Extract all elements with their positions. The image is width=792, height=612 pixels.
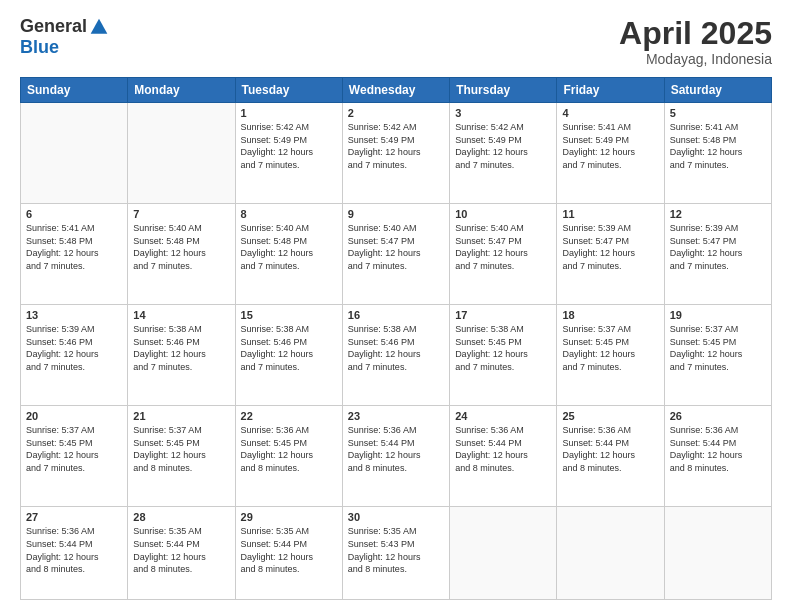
table-row: 19Sunrise: 5:37 AM Sunset: 5:45 PM Dayli… — [664, 305, 771, 406]
day-number: 10 — [455, 208, 551, 220]
table-row: 23Sunrise: 5:36 AM Sunset: 5:44 PM Dayli… — [342, 406, 449, 507]
header-friday: Friday — [557, 78, 664, 103]
header-tuesday: Tuesday — [235, 78, 342, 103]
day-info: Sunrise: 5:38 AM Sunset: 5:46 PM Dayligh… — [348, 323, 444, 373]
day-number: 20 — [26, 410, 122, 422]
day-number: 26 — [670, 410, 766, 422]
day-number: 12 — [670, 208, 766, 220]
table-row: 14Sunrise: 5:38 AM Sunset: 5:46 PM Dayli… — [128, 305, 235, 406]
day-number: 11 — [562, 208, 658, 220]
day-info: Sunrise: 5:37 AM Sunset: 5:45 PM Dayligh… — [26, 424, 122, 474]
table-row: 3Sunrise: 5:42 AM Sunset: 5:49 PM Daylig… — [450, 103, 557, 204]
day-number: 17 — [455, 309, 551, 321]
table-row: 20Sunrise: 5:37 AM Sunset: 5:45 PM Dayli… — [21, 406, 128, 507]
month-title: April 2025 — [619, 16, 772, 51]
day-info: Sunrise: 5:35 AM Sunset: 5:43 PM Dayligh… — [348, 525, 444, 575]
day-number: 19 — [670, 309, 766, 321]
day-info: Sunrise: 5:41 AM Sunset: 5:48 PM Dayligh… — [26, 222, 122, 272]
table-row: 18Sunrise: 5:37 AM Sunset: 5:45 PM Dayli… — [557, 305, 664, 406]
day-number: 23 — [348, 410, 444, 422]
header-monday: Monday — [128, 78, 235, 103]
day-number: 24 — [455, 410, 551, 422]
day-info: Sunrise: 5:37 AM Sunset: 5:45 PM Dayligh… — [133, 424, 229, 474]
table-row — [664, 507, 771, 600]
table-row: 11Sunrise: 5:39 AM Sunset: 5:47 PM Dayli… — [557, 204, 664, 305]
table-row: 30Sunrise: 5:35 AM Sunset: 5:43 PM Dayli… — [342, 507, 449, 600]
day-number: 28 — [133, 511, 229, 523]
day-number: 29 — [241, 511, 337, 523]
table-row: 13Sunrise: 5:39 AM Sunset: 5:46 PM Dayli… — [21, 305, 128, 406]
day-number: 7 — [133, 208, 229, 220]
logo-general-text: General — [20, 16, 87, 37]
title-section: April 2025 Modayag, Indonesia — [619, 16, 772, 67]
table-row: 26Sunrise: 5:36 AM Sunset: 5:44 PM Dayli… — [664, 406, 771, 507]
day-number: 30 — [348, 511, 444, 523]
day-info: Sunrise: 5:41 AM Sunset: 5:48 PM Dayligh… — [670, 121, 766, 171]
day-info: Sunrise: 5:41 AM Sunset: 5:49 PM Dayligh… — [562, 121, 658, 171]
table-row: 7Sunrise: 5:40 AM Sunset: 5:48 PM Daylig… — [128, 204, 235, 305]
day-number: 21 — [133, 410, 229, 422]
table-row: 17Sunrise: 5:38 AM Sunset: 5:45 PM Dayli… — [450, 305, 557, 406]
logo-blue-text: Blue — [20, 37, 59, 58]
day-number: 27 — [26, 511, 122, 523]
table-row — [21, 103, 128, 204]
table-row — [450, 507, 557, 600]
day-number: 2 — [348, 107, 444, 119]
day-info: Sunrise: 5:36 AM Sunset: 5:44 PM Dayligh… — [455, 424, 551, 474]
day-info: Sunrise: 5:36 AM Sunset: 5:44 PM Dayligh… — [670, 424, 766, 474]
day-number: 4 — [562, 107, 658, 119]
table-row — [557, 507, 664, 600]
day-number: 16 — [348, 309, 444, 321]
day-info: Sunrise: 5:39 AM Sunset: 5:47 PM Dayligh… — [562, 222, 658, 272]
day-info: Sunrise: 5:42 AM Sunset: 5:49 PM Dayligh… — [348, 121, 444, 171]
day-info: Sunrise: 5:40 AM Sunset: 5:47 PM Dayligh… — [348, 222, 444, 272]
table-row: 16Sunrise: 5:38 AM Sunset: 5:46 PM Dayli… — [342, 305, 449, 406]
day-info: Sunrise: 5:38 AM Sunset: 5:46 PM Dayligh… — [133, 323, 229, 373]
day-number: 6 — [26, 208, 122, 220]
table-row: 29Sunrise: 5:35 AM Sunset: 5:44 PM Dayli… — [235, 507, 342, 600]
day-info: Sunrise: 5:39 AM Sunset: 5:47 PM Dayligh… — [670, 222, 766, 272]
table-row: 28Sunrise: 5:35 AM Sunset: 5:44 PM Dayli… — [128, 507, 235, 600]
day-info: Sunrise: 5:38 AM Sunset: 5:46 PM Dayligh… — [241, 323, 337, 373]
day-number: 1 — [241, 107, 337, 119]
day-number: 15 — [241, 309, 337, 321]
day-info: Sunrise: 5:42 AM Sunset: 5:49 PM Dayligh… — [455, 121, 551, 171]
header-sunday: Sunday — [21, 78, 128, 103]
header-wednesday: Wednesday — [342, 78, 449, 103]
table-row: 2Sunrise: 5:42 AM Sunset: 5:49 PM Daylig… — [342, 103, 449, 204]
svg-marker-0 — [91, 18, 108, 33]
day-info: Sunrise: 5:36 AM Sunset: 5:44 PM Dayligh… — [562, 424, 658, 474]
location: Modayag, Indonesia — [619, 51, 772, 67]
day-info: Sunrise: 5:38 AM Sunset: 5:45 PM Dayligh… — [455, 323, 551, 373]
day-info: Sunrise: 5:36 AM Sunset: 5:45 PM Dayligh… — [241, 424, 337, 474]
table-row: 8Sunrise: 5:40 AM Sunset: 5:48 PM Daylig… — [235, 204, 342, 305]
table-row: 15Sunrise: 5:38 AM Sunset: 5:46 PM Dayli… — [235, 305, 342, 406]
table-row: 9Sunrise: 5:40 AM Sunset: 5:47 PM Daylig… — [342, 204, 449, 305]
day-info: Sunrise: 5:42 AM Sunset: 5:49 PM Dayligh… — [241, 121, 337, 171]
day-number: 14 — [133, 309, 229, 321]
header-thursday: Thursday — [450, 78, 557, 103]
table-row: 25Sunrise: 5:36 AM Sunset: 5:44 PM Dayli… — [557, 406, 664, 507]
table-row: 24Sunrise: 5:36 AM Sunset: 5:44 PM Dayli… — [450, 406, 557, 507]
day-number: 13 — [26, 309, 122, 321]
day-info: Sunrise: 5:40 AM Sunset: 5:47 PM Dayligh… — [455, 222, 551, 272]
day-number: 18 — [562, 309, 658, 321]
day-info: Sunrise: 5:40 AM Sunset: 5:48 PM Dayligh… — [133, 222, 229, 272]
day-number: 25 — [562, 410, 658, 422]
table-row: 27Sunrise: 5:36 AM Sunset: 5:44 PM Dayli… — [21, 507, 128, 600]
table-row: 4Sunrise: 5:41 AM Sunset: 5:49 PM Daylig… — [557, 103, 664, 204]
day-info: Sunrise: 5:39 AM Sunset: 5:46 PM Dayligh… — [26, 323, 122, 373]
table-row: 22Sunrise: 5:36 AM Sunset: 5:45 PM Dayli… — [235, 406, 342, 507]
logo-icon — [89, 17, 109, 37]
day-number: 22 — [241, 410, 337, 422]
table-row: 6Sunrise: 5:41 AM Sunset: 5:48 PM Daylig… — [21, 204, 128, 305]
day-info: Sunrise: 5:40 AM Sunset: 5:48 PM Dayligh… — [241, 222, 337, 272]
day-info: Sunrise: 5:36 AM Sunset: 5:44 PM Dayligh… — [26, 525, 122, 575]
day-number: 8 — [241, 208, 337, 220]
table-row — [128, 103, 235, 204]
table-row: 21Sunrise: 5:37 AM Sunset: 5:45 PM Dayli… — [128, 406, 235, 507]
day-info: Sunrise: 5:35 AM Sunset: 5:44 PM Dayligh… — [241, 525, 337, 575]
day-info: Sunrise: 5:35 AM Sunset: 5:44 PM Dayligh… — [133, 525, 229, 575]
day-info: Sunrise: 5:37 AM Sunset: 5:45 PM Dayligh… — [562, 323, 658, 373]
table-row: 10Sunrise: 5:40 AM Sunset: 5:47 PM Dayli… — [450, 204, 557, 305]
